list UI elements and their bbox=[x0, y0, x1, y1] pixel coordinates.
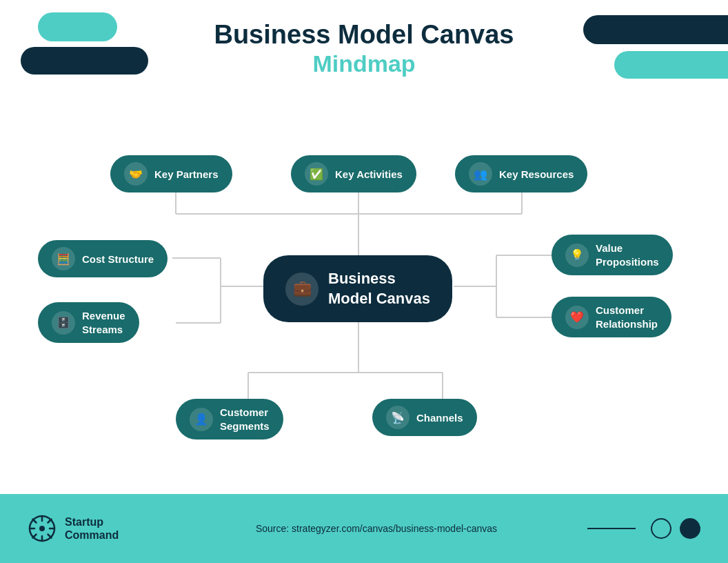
channels-node: 📡 Channels bbox=[372, 399, 477, 436]
key-activities-label: Key Activities bbox=[335, 168, 403, 180]
footer-dot-dark bbox=[680, 518, 700, 539]
page-title: Business Model Canvas bbox=[0, 21, 728, 50]
center-label: BusinessModel Canvas bbox=[328, 269, 430, 308]
revenue-streams-label: RevenueStreams bbox=[82, 309, 125, 336]
customer-segments-label: CustomerSegments bbox=[220, 406, 270, 433]
key-resources-label: Key Resources bbox=[499, 168, 574, 180]
revenue-streams-icon: 🗄️ bbox=[52, 311, 75, 335]
value-propositions-label: ValuePropositions bbox=[596, 241, 659, 268]
svg-line-24 bbox=[48, 535, 52, 538]
footer-dot-teal bbox=[651, 518, 671, 539]
cost-structure-node: 🧮 Cost Structure bbox=[38, 240, 168, 277]
cost-structure-label: Cost Structure bbox=[82, 253, 154, 265]
svg-line-26 bbox=[33, 535, 37, 538]
customer-segments-icon: 👤 bbox=[190, 408, 213, 431]
revenue-streams-node: 🗄️ RevenueStreams bbox=[38, 302, 139, 343]
svg-line-25 bbox=[48, 520, 52, 523]
value-propositions-icon: 💡 bbox=[565, 244, 589, 267]
footer: StartupCommand Source: strategyzer.com/c… bbox=[0, 494, 728, 563]
footer-dots bbox=[587, 518, 700, 539]
value-propositions-node: 💡 ValuePropositions bbox=[552, 235, 673, 275]
brand-logo-icon bbox=[28, 514, 57, 543]
center-node: 💼 BusinessModel Canvas bbox=[263, 255, 452, 322]
brand-name: StartupCommand bbox=[65, 515, 119, 542]
key-partners-node: 🤝 Key Partners bbox=[110, 155, 232, 192]
key-partners-label: Key Partners bbox=[154, 168, 219, 180]
page-subtitle: Mindmap bbox=[0, 50, 728, 78]
svg-line-23 bbox=[33, 520, 37, 523]
cost-structure-icon: 🧮 bbox=[52, 247, 75, 270]
key-partners-icon: 🤝 bbox=[124, 162, 148, 186]
key-activities-icon: ✅ bbox=[305, 162, 328, 186]
key-resources-node: 👥 Key Resources bbox=[455, 155, 587, 192]
channels-icon: 📡 bbox=[386, 406, 410, 429]
channels-label: Channels bbox=[416, 412, 463, 424]
center-icon: 💼 bbox=[285, 273, 318, 306]
customer-relationship-label: CustomerRelationship bbox=[596, 304, 658, 330]
customer-relationship-icon: ❤️ bbox=[565, 306, 589, 329]
key-resources-icon: 👥 bbox=[469, 162, 492, 186]
key-activities-node: ✅ Key Activities bbox=[291, 155, 416, 192]
canvas-area: 💼 BusinessModel Canvas 🤝 Key Partners ✅ … bbox=[0, 117, 728, 494]
customer-segments-node: 👤 CustomerSegments bbox=[176, 399, 283, 439]
customer-relationship-node: ❤️ CustomerRelationship bbox=[552, 297, 671, 337]
footer-source: Source: strategyzer.com/canvas/business-… bbox=[165, 523, 587, 534]
svg-point-18 bbox=[39, 526, 45, 531]
footer-line bbox=[587, 528, 636, 529]
footer-brand: StartupCommand bbox=[28, 514, 165, 543]
header: Business Model Canvas Mindmap bbox=[0, 21, 728, 78]
